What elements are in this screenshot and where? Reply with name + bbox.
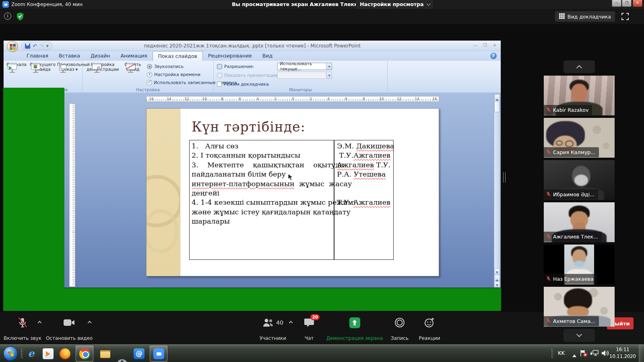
media-player-icon[interactable] (43, 348, 54, 359)
participant-tile[interactable]: Ажгалиев Тлек... (544, 202, 615, 242)
scroll-participants-down-button[interactable] (564, 329, 595, 342)
slide-table: 1. Алғы сөз2. I тоқсаннын қорытындысы3. … (189, 140, 394, 260)
vertical-scrollbar[interactable] (494, 94, 500, 288)
participant-tile[interactable]: Ахметов Сама... (544, 287, 615, 327)
show-desktop-button[interactable] (639, 345, 644, 362)
ppt-tab-5[interactable]: Рецензирование (203, 51, 257, 61)
ruler-number: 8 (221, 97, 223, 101)
horizontal-ruler[interactable]: 1614121086420246810121416 (146, 96, 439, 102)
previous-slide-button[interactable] (494, 275, 500, 281)
chevron-up-icon (576, 65, 582, 71)
vertical-ruler[interactable] (69, 103, 75, 287)
zoom-taskbar-button[interactable] (150, 346, 167, 362)
security-shield-icon[interactable] (16, 12, 24, 23)
ruler-number: 2 (274, 97, 276, 101)
chat-unread-badge: 20 (310, 314, 320, 320)
minimize-button[interactable]: — (612, 0, 621, 7)
volume-icon[interactable] (601, 350, 609, 358)
firefox-icon[interactable] (60, 348, 70, 359)
speaker-view-label: Вид докладчика (568, 14, 611, 20)
participant-tile[interactable]: Сария Калмур... (544, 118, 615, 158)
show-on-icon (217, 73, 222, 78)
panel-resize-handle[interactable] (503, 172, 506, 183)
custom-show-button[interactable]: Произвольный показ ▾ (57, 62, 82, 87)
view-settings-menu[interactable]: Настройки просмотра (356, 0, 433, 9)
covered-region-left (3, 88, 64, 288)
close-button[interactable]: ✕ (633, 0, 642, 7)
ruler-number: 6 (345, 97, 347, 101)
ribbon: С начала С текущего слайда Произвольный … (4, 61, 501, 93)
mic-muted-icon (546, 106, 551, 114)
undo-icon[interactable]: ↶ (33, 43, 37, 49)
slide-canvas[interactable]: Күн тәртібінде: 1. Алғы сөз2. I тоқсанны… (146, 108, 439, 276)
record-narration-button[interactable]: Звукозапись (147, 63, 184, 70)
language-indicator[interactable]: KK (558, 350, 565, 356)
ppt-close-button[interactable]: ✕ (490, 43, 499, 49)
chat-button[interactable]: 20 Чат (298, 312, 320, 344)
start-button[interactable] (3, 346, 18, 361)
reactions-label: Реакции (416, 335, 443, 341)
zoom-window-titlebar: Zoom Конференция, 40 мин Вы просматривае… (0, 0, 644, 9)
scroll-down-button[interactable] (494, 268, 500, 274)
record-button[interactable]: Запись (387, 312, 412, 344)
speaker-view-button[interactable]: Вид докладчика (555, 11, 615, 22)
fullscreen-icon[interactable] (621, 13, 629, 22)
save-icon[interactable] (25, 43, 30, 49)
ppt-tab-6[interactable]: Вид (257, 51, 278, 61)
help-icon[interactable]: ? (490, 53, 497, 59)
chrome-taskbar-button[interactable] (76, 346, 93, 362)
resolution-combobox[interactable]: Использовать текуще... (277, 63, 332, 70)
ppt-tab-2[interactable]: Дизайн (85, 51, 116, 61)
resolution-icon (217, 64, 222, 69)
scroll-up-button[interactable] (494, 94, 500, 100)
table-right-column: Э.М. Дакишева Т.У.АжгалиевАжгалиев Т.У.Р… (337, 142, 392, 226)
use-timings-checkbox[interactable] (147, 80, 152, 85)
zoom-app-icon (2, 1, 9, 8)
participant-tile[interactable]: Наз Ержакаева (544, 245, 615, 284)
ruler-number: 14 (167, 97, 171, 101)
ppt-tab-4[interactable]: Показ слайдов (153, 51, 203, 61)
presenter-view-checkbox[interactable] (217, 82, 222, 86)
hide-slide-button[interactable]: Скрыть слайд (121, 62, 144, 87)
media-player-classic-icon[interactable] (117, 359, 128, 362)
from-beginning-button[interactable]: С начала (5, 62, 28, 87)
participant-name-label: Ахметов Сама... (544, 316, 599, 326)
ppt-tab-3[interactable]: Анимация (115, 51, 152, 61)
internet-explorer-icon[interactable]: e (26, 348, 37, 359)
mail-ru-icon[interactable]: @ (134, 348, 144, 359)
ppt-minimize-button[interactable]: — (471, 43, 480, 49)
participant-tile[interactable]: Kabir Razakov (544, 76, 615, 115)
tray-time: 16:11 (609, 346, 637, 353)
network-icon[interactable] (590, 350, 599, 358)
action-center-flag-icon[interactable] (580, 350, 588, 359)
ruler-number: 4 (327, 97, 329, 101)
rehearse-timings-icon (147, 72, 152, 77)
office-button[interactable] (7, 41, 18, 52)
file-explorer-icon[interactable] (100, 348, 111, 359)
unmute-button[interactable]: Включить звук (2, 312, 43, 344)
participants-button[interactable]: 40 Участники (254, 312, 292, 344)
rehearse-timings-button[interactable]: Настройка времени (147, 71, 200, 78)
next-slide-button[interactable] (494, 281, 500, 287)
chat-icon: 20 (298, 317, 320, 329)
share-screen-button[interactable]: Демонстрация экрана (325, 312, 384, 344)
from-current-slide-button[interactable]: С текущего слайда (29, 62, 56, 87)
restore-button[interactable]: ❐ (622, 0, 632, 7)
ppt-restore-button[interactable]: ❐ (481, 43, 489, 49)
scrollbar-thumb[interactable] (494, 101, 500, 112)
hidden-icons-chevron[interactable] (572, 352, 576, 357)
redo-icon[interactable]: ↷ (39, 43, 44, 49)
participant-tile[interactable]: Ибраимов Әді... (544, 160, 615, 200)
table-line: 1. Алғы сөз (192, 142, 332, 151)
reactions-button[interactable]: Реакции (416, 312, 443, 344)
ppt-tab-1[interactable]: Вставка (54, 51, 85, 61)
scroll-participants-up-button[interactable] (564, 60, 595, 73)
ppt-tab-0[interactable]: Главная (21, 51, 54, 61)
taskbar-clock[interactable]: 16:11 10.11.2020 (609, 346, 637, 360)
presenter-view-row[interactable]: Режим докладчика (217, 80, 269, 88)
qat-dropdown-caret[interactable]: ▼ (46, 44, 49, 48)
mic-muted-icon (546, 233, 551, 241)
meeting-info-icon[interactable]: i (4, 12, 11, 20)
setup-show-button[interactable]: ⚙ Настройка демонстрации (85, 62, 120, 87)
stop-video-button[interactable]: Остановить видео (45, 312, 93, 344)
